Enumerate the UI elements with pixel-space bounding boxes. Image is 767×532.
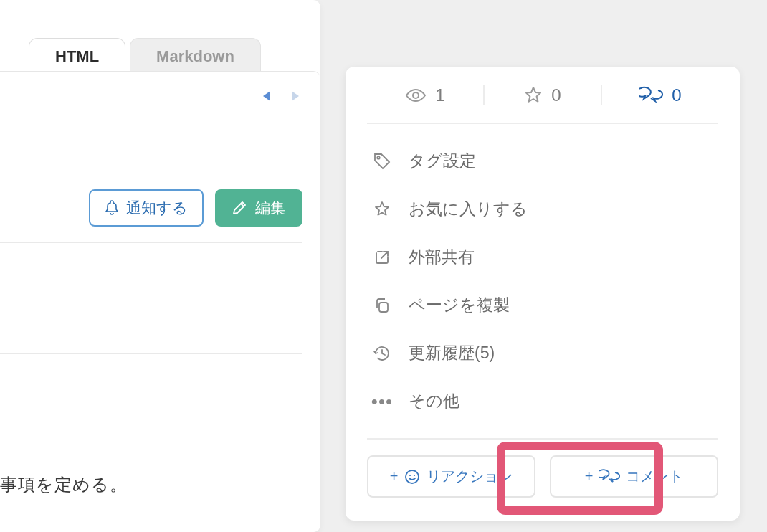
comments-icon	[599, 468, 620, 485]
side-panel: 1 0 0 タグ設定 お気に入りする	[346, 67, 740, 521]
main-body: 通知する 編集 事項を定める。	[0, 71, 320, 532]
reaction-label: リアクション	[427, 467, 513, 486]
stats-row: 1 0 0	[346, 67, 740, 123]
tab-html[interactable]: HTML	[29, 38, 125, 75]
svg-rect-2	[379, 303, 388, 312]
menu-share-label: 外部共有	[409, 246, 475, 268]
notify-button[interactable]: 通知する	[89, 189, 204, 227]
smile-icon	[404, 468, 421, 485]
comments-count: 0	[672, 85, 681, 105]
comments-icon	[639, 86, 663, 105]
main-content-column: HTML Markdown 通知する 編集	[0, 0, 320, 532]
body-text: 事項を定める。	[0, 473, 128, 496]
views-count: 1	[435, 85, 444, 105]
menu-history-label: 更新履歴(5)	[409, 342, 495, 364]
menu-other-label: その他	[409, 390, 459, 412]
stat-comments[interactable]: 0	[602, 85, 718, 105]
svg-point-1	[377, 156, 380, 159]
menu-favorite-label: お気に入りする	[409, 198, 528, 220]
copy-icon	[371, 297, 393, 314]
add-comment-button[interactable]: + コメント	[550, 455, 718, 498]
tab-markdown[interactable]: Markdown	[130, 38, 261, 75]
add-reaction-button[interactable]: + リアクション	[367, 455, 535, 498]
star-icon	[524, 86, 543, 105]
pencil-icon	[232, 201, 247, 215]
button-row: 通知する 編集	[89, 189, 302, 227]
svg-point-4	[409, 474, 411, 475]
stars-count: 0	[551, 85, 561, 105]
tabs-row: HTML Markdown	[29, 38, 261, 75]
bell-icon	[105, 200, 119, 216]
edit-button[interactable]: 編集	[215, 189, 302, 227]
plus-icon: +	[390, 468, 399, 485]
menu-duplicate-label: ページを複製	[409, 294, 510, 316]
menu-duplicate[interactable]: ページを複製	[346, 281, 740, 329]
menu-tag[interactable]: タグ設定	[346, 137, 740, 185]
comment-label: コメント	[626, 467, 683, 486]
plus-icon: +	[585, 468, 594, 485]
history-icon	[371, 344, 393, 363]
menu-tag-label: タグ設定	[409, 150, 476, 172]
stat-stars[interactable]: 0	[485, 85, 602, 105]
arrow-left-icon[interactable]	[262, 89, 280, 103]
divider	[0, 242, 302, 243]
menu-share[interactable]: 外部共有	[346, 233, 740, 281]
svg-point-3	[406, 470, 419, 483]
edit-label: 編集	[255, 198, 285, 218]
external-link-icon	[371, 249, 393, 266]
menu-other[interactable]: ••• その他	[346, 377, 740, 425]
menu-favorite[interactable]: お気に入りする	[346, 185, 740, 233]
eye-icon	[405, 87, 427, 103]
divider	[0, 353, 302, 354]
action-row: + リアクション + コメント	[346, 440, 740, 516]
nav-arrows	[262, 89, 300, 103]
menu-history[interactable]: 更新履歴(5)	[346, 329, 740, 377]
tag-icon	[371, 152, 393, 171]
svg-point-5	[414, 474, 415, 475]
stat-views[interactable]: 1	[367, 85, 485, 105]
svg-point-0	[413, 92, 419, 98]
notify-label: 通知する	[126, 198, 188, 218]
side-menu: タグ設定 お気に入りする 外部共有 ページを複製 更新履歴(5)	[346, 124, 740, 429]
arrow-right-icon[interactable]	[282, 89, 300, 103]
star-icon	[371, 201, 393, 218]
